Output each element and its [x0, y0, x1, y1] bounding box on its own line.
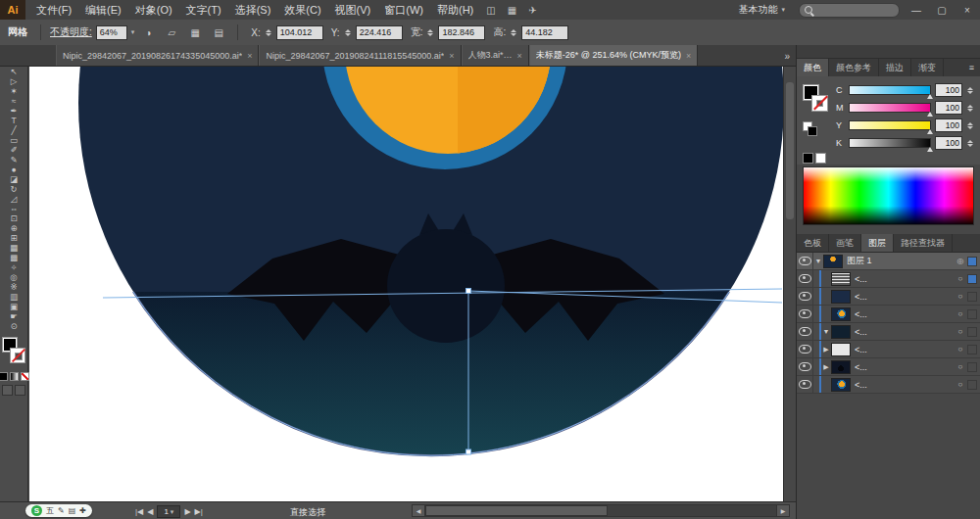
visibility-eye-icon[interactable]: [799, 380, 811, 389]
selection-chip[interactable]: [967, 274, 977, 284]
menu-type[interactable]: 文字(T): [179, 3, 228, 18]
opacity-label[interactable]: 不透明度:: [50, 25, 92, 39]
close-icon[interactable]: ×: [449, 51, 454, 61]
ime-pen-icon[interactable]: ✎: [58, 506, 65, 515]
last-artboard-icon[interactable]: ▶|: [195, 507, 203, 516]
layer-name[interactable]: <...: [855, 345, 954, 354]
align-icon[interactable]: ▤: [209, 24, 228, 41]
tab-stroke[interactable]: 描边: [879, 59, 911, 76]
search-input[interactable]: [799, 3, 900, 18]
layer-thumbnail[interactable]: [831, 360, 851, 374]
yellow-value[interactable]: 100: [935, 118, 962, 132]
visibility-eye-icon[interactable]: [799, 309, 811, 318]
layer-row[interactable]: <... ○: [797, 306, 980, 323]
draw-normal-icon[interactable]: [2, 385, 13, 396]
layer-row[interactable]: ▶ <... ○: [797, 341, 980, 358]
magenta-value[interactable]: 100: [935, 101, 962, 115]
tool-perspective-grid[interactable]: ⊞: [0, 233, 28, 243]
width-field[interactable]: 182.846: [438, 25, 485, 40]
close-icon[interactable]: ×: [247, 51, 252, 61]
layer-thumbnail[interactable]: [823, 255, 843, 268]
y-field[interactable]: 224.416: [356, 25, 403, 40]
slider-handle[interactable]: [927, 94, 933, 99]
bridge-icon[interactable]: ◫: [480, 5, 501, 16]
tool-eyedropper[interactable]: ✧: [0, 262, 28, 272]
menu-select[interactable]: 选择(S): [228, 3, 278, 18]
layer-row-parent[interactable]: ▼ 图层 1 ◎: [797, 253, 980, 270]
document-tab-1[interactable]: Nipic_29842067_20190826174335045000.ai* …: [56, 45, 259, 66]
restore-button[interactable]: ▢: [933, 5, 951, 16]
artboard-number-select[interactable]: 1 ▾: [157, 505, 180, 518]
yellow-stepper[interactable]: [967, 122, 973, 129]
selection-chip[interactable]: [967, 380, 977, 390]
close-button[interactable]: ×: [958, 5, 976, 16]
tool-line-segment[interactable]: ╱: [0, 125, 28, 135]
visibility-eye-icon[interactable]: [799, 327, 811, 336]
tool-eraser[interactable]: ◪: [0, 174, 28, 184]
black-stepper[interactable]: [967, 140, 973, 147]
vertical-scroll-thumb[interactable]: [786, 82, 794, 219]
layer-name[interactable]: <...: [855, 274, 954, 284]
cyan-value[interactable]: 100: [935, 83, 962, 97]
layer-row[interactable]: <... ○: [797, 270, 980, 288]
ime-logo-icon[interactable]: S: [31, 505, 42, 516]
tool-gradient[interactable]: ▩: [0, 253, 28, 262]
target-circle-icon[interactable]: ○: [954, 362, 967, 371]
layer-thumbnail[interactable]: [831, 325, 851, 339]
magenta-stepper[interactable]: [967, 105, 973, 112]
layer-name[interactable]: <...: [855, 327, 954, 337]
slider-handle[interactable]: [927, 147, 933, 152]
layer-thumbnail[interactable]: [831, 290, 851, 304]
document-tab-2[interactable]: Nipic_29842067_20190824111815545000.ai* …: [259, 45, 461, 66]
horizontal-scroll-thumb[interactable]: [425, 505, 608, 516]
layer-name[interactable]: 图层 1: [847, 255, 954, 267]
prev-artboard-icon[interactable]: ◀: [147, 507, 153, 516]
tool-pencil[interactable]: ✎: [0, 155, 28, 165]
layer-name[interactable]: <...: [855, 362, 954, 372]
visibility-eye-icon[interactable]: [799, 274, 811, 283]
cyan-slider[interactable]: [849, 85, 931, 95]
black-swatch[interactable]: [803, 153, 813, 164]
tab-color-guide[interactable]: 颜色参考: [829, 59, 879, 76]
tab-color[interactable]: 颜色: [797, 59, 829, 76]
horizontal-scroll-track[interactable]: [425, 504, 776, 517]
layer-name[interactable]: <...: [855, 309, 954, 319]
tool-width[interactable]: ⇔: [0, 204, 28, 213]
document-tab-3[interactable]: 人物3.ai*… ×: [462, 45, 529, 66]
layer-name[interactable]: <...: [855, 380, 954, 390]
menu-view[interactable]: 视图(V): [328, 3, 378, 18]
tool-lasso[interactable]: ≈: [0, 96, 28, 106]
tab-swatches[interactable]: 色板: [797, 234, 829, 252]
close-icon[interactable]: ×: [686, 51, 691, 61]
target-circle-icon[interactable]: ○: [954, 345, 967, 354]
tool-selection[interactable]: ↖: [0, 67, 28, 76]
expand-caret-icon[interactable]: ▼: [813, 258, 823, 264]
app-logo-icon[interactable]: Ai: [0, 0, 25, 20]
target-circle-icon[interactable]: ○: [954, 327, 967, 336]
layer-thumbnail[interactable]: [831, 307, 851, 321]
menu-file[interactable]: 文件(F): [29, 3, 78, 18]
tab-gradient[interactable]: 渐变: [911, 59, 944, 76]
tool-zoom[interactable]: ⊙: [0, 321, 28, 331]
graphic-style-icon[interactable]: ▱: [162, 24, 181, 41]
layer-row[interactable]: <... ○: [797, 376, 980, 394]
tool-shape-builder[interactable]: ⊕: [0, 223, 28, 233]
stroke-swatch[interactable]: [10, 348, 25, 363]
y-stepper[interactable]: [345, 29, 351, 36]
black-slider[interactable]: [849, 138, 931, 148]
chevron-down-icon[interactable]: ▾: [131, 28, 135, 36]
ime-toolbar[interactable]: S 五 ✎ ▤ ✚: [25, 504, 92, 517]
next-artboard-icon[interactable]: ▶: [184, 507, 190, 516]
layer-name[interactable]: <...: [855, 292, 954, 302]
vertical-scrollbar[interactable]: [783, 67, 796, 501]
selection-chip[interactable]: [967, 309, 977, 319]
visibility-eye-icon[interactable]: [799, 362, 811, 371]
tool-blend[interactable]: ◎: [0, 272, 28, 282]
visibility-eye-icon[interactable]: [799, 257, 811, 265]
black-swatch[interactable]: [808, 126, 817, 136]
color-spectrum[interactable]: [803, 166, 974, 225]
selection-chip[interactable]: [967, 362, 977, 372]
tool-artboard[interactable]: ▣: [0, 302, 28, 311]
anchor-point[interactable]: [466, 449, 471, 454]
minimize-button[interactable]: —: [907, 5, 925, 16]
